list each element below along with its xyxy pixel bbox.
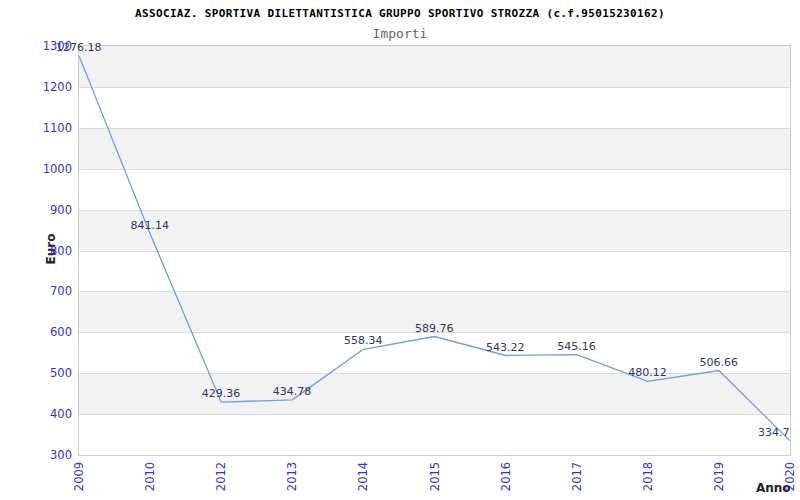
y-tick-label: 700 bbox=[32, 284, 72, 298]
x-tick-label: 2012 bbox=[215, 460, 228, 494]
data-point-label: 841.14 bbox=[131, 219, 170, 232]
y-tick-label: 900 bbox=[32, 203, 72, 217]
data-point-label: 543.22 bbox=[486, 341, 525, 354]
y-tick-label: 300 bbox=[32, 448, 72, 462]
x-tick-label: 2015 bbox=[428, 460, 441, 494]
chart-canvas: ASSOCIAZ. SPORTIVA DILETTANTISTICA GRUPP… bbox=[0, 0, 800, 500]
y-tick-label: 500 bbox=[32, 366, 72, 380]
data-point-label: 589.76 bbox=[415, 322, 454, 335]
x-tick-label: 2016 bbox=[499, 460, 512, 494]
x-tick-label: 2019 bbox=[712, 460, 725, 494]
y-tick-label: 1000 bbox=[32, 162, 72, 176]
y-tick-label: 800 bbox=[32, 244, 72, 258]
plot-area: 1276.18841.14429.36434.78558.34589.76543… bbox=[78, 45, 791, 456]
data-point-label: 1276.18 bbox=[56, 41, 102, 54]
series-line-svg bbox=[79, 46, 790, 455]
x-tick-label: 2014 bbox=[357, 460, 370, 494]
x-tick-label: 2009 bbox=[73, 460, 86, 494]
x-tick-label: 2017 bbox=[570, 460, 583, 494]
x-tick-label: 2013 bbox=[286, 460, 299, 494]
data-point-label: 429.36 bbox=[202, 387, 241, 400]
y-tick-label: 1100 bbox=[32, 121, 72, 135]
x-tick-label: 2010 bbox=[144, 460, 157, 494]
chart-title: ASSOCIAZ. SPORTIVA DILETTANTISTICA GRUPP… bbox=[0, 7, 800, 21]
data-point-label: 334.7 bbox=[758, 426, 790, 439]
y-tick-label: 400 bbox=[32, 407, 72, 421]
y-tick-label: 600 bbox=[32, 325, 72, 339]
data-point-label: 480.12 bbox=[628, 366, 667, 379]
x-tick-label: 2018 bbox=[641, 460, 654, 494]
data-point-label: 558.34 bbox=[344, 334, 383, 347]
x-tick-label: 2020 bbox=[784, 460, 797, 494]
data-point-label: 434.78 bbox=[273, 385, 312, 398]
data-point-label: 506.66 bbox=[699, 356, 738, 369]
y-tick-label: 1200 bbox=[32, 80, 72, 94]
chart-subtitle: Importi bbox=[0, 26, 800, 41]
series-line bbox=[79, 56, 790, 441]
data-point-label: 545.16 bbox=[557, 340, 596, 353]
